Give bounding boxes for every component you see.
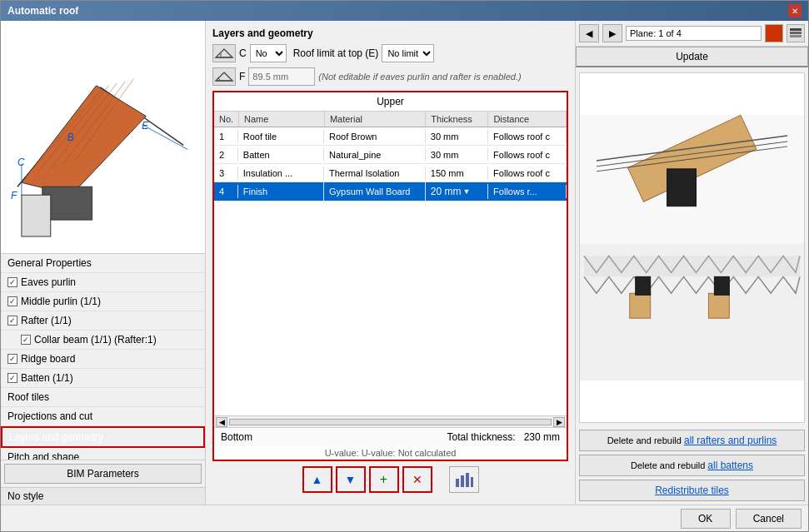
next-plane-button[interactable]: ▶ [602,24,622,42]
main-content: B E C F General Properties Eaves purlin [1,21,808,505]
svg-rect-37 [584,256,800,276]
cell-name-input-4[interactable] [243,184,318,199]
svg-rect-24 [461,475,464,487]
general-properties-header: General Properties [1,254,205,273]
add-layer-button[interactable]: + [369,466,399,493]
cell-material-1: Roof Brown [324,130,426,143]
scroll-right-btn[interactable]: ▶ [553,417,565,427]
left-panel: B E C F General Properties Eaves purlin [1,21,206,505]
col-distance-header: Distance [488,112,567,127]
move-down-button[interactable]: ▼ [336,466,366,493]
bim-parameters-button[interactable]: BIM Parameters [4,464,202,484]
plane-label: Plane: 1 of 4 [626,26,762,41]
svg-rect-29 [790,28,802,31]
col-thickness-header: Thickness [426,112,488,127]
nav-layers-and-geometry[interactable]: Layers and geometry [1,426,205,448]
diagram-area: B E C F [1,21,205,254]
f-input[interactable] [248,67,315,86]
svg-rect-23 [456,479,459,487]
ok-button[interactable]: OK [681,509,731,529]
nav-roof-tiles[interactable]: Roof tiles [1,388,205,407]
redistribute-tiles-button[interactable]: Redistribute tiles [579,480,805,501]
c-label: C [239,47,247,59]
table-row-selected[interactable]: 4 20 mm ▼ Follows r... [214,182,567,201]
svg-text:F: F [11,190,17,201]
title-bar: Automatic roof ✕ [1,1,808,21]
delete-layer-button[interactable]: ✕ [402,466,432,493]
batten-checkbox[interactable] [7,373,17,383]
scroll-left-btn[interactable]: ◀ [216,417,227,427]
table-row[interactable]: 3 Insulation ... Thermal Isolation 150 m… [214,164,567,182]
bottom-bar: OK Cancel [1,505,808,531]
total-thickness: Total thickness: 230 mm [447,431,560,443]
chart-button[interactable] [449,466,479,493]
svg-rect-27 [790,32,802,34]
cell-material-3: Thermal Isolation [324,167,426,180]
nav-rafter[interactable]: Rafter (1/1) [1,311,205,331]
table-row[interactable]: 1 Roof tile Roof Brown 30 mm Follows roo… [214,127,567,146]
preview-svg [580,73,804,422]
collar-beam-checkbox[interactable] [21,335,31,345]
svg-text:B: B [67,132,74,143]
svg-text:C: C [17,157,25,168]
cell-thickness-3: 150 mm [426,167,488,180]
roof-diagram: B E C F [1,21,205,253]
layers-geometry-label: Layers and geometry [212,27,568,39]
update-button[interactable]: Update [576,47,808,67]
nav-eaves-purlin[interactable]: Eaves purlin [1,273,205,292]
col-name-header: Name [239,112,325,127]
cell-material-input-4[interactable] [329,184,420,199]
delete-rebuild-battens-button[interactable]: Delete and rebuild all battens [579,455,805,476]
cell-no-1: 1 [214,130,238,143]
ridge-board-checkbox[interactable] [7,354,17,364]
nav-ridge-board[interactable]: Ridge board [1,350,205,369]
color-button[interactable] [765,24,783,42]
nav-collar-beam[interactable]: Collar beam (1/1) (Rafter:1) [1,331,205,350]
svg-rect-10 [22,195,51,236]
upper-label: Upper [214,92,567,112]
close-button[interactable]: ✕ [788,4,802,17]
cell-material-2: Natural_pine [324,148,426,162]
action-buttons: ▲ ▼ + ✕ [212,461,568,498]
cell-distance-4: Follows r... [488,185,567,198]
svg-rect-25 [466,473,469,487]
middle-purlin-checkbox[interactable] [7,296,17,306]
c-control-row: C No Yes [212,44,287,62]
svg-rect-40 [636,276,651,295]
f-icon [212,67,236,86]
rafter-checkbox[interactable] [7,316,17,326]
cell-distance-3: Follows roof c [488,167,567,180]
layer-icon-button[interactable] [787,24,805,42]
svg-rect-38 [630,293,651,318]
table-scrollbar[interactable]: ◀ ▶ [214,415,567,427]
f-control-area: F (Not editable if eaves purlin and raft… [212,67,568,86]
cancel-button[interactable]: Cancel [736,509,802,529]
svg-marker-20 [216,72,232,81]
nav-pitch-and-shape[interactable]: Pitch and shape [1,448,205,460]
eaves-purlin-checkbox[interactable] [7,277,17,287]
scroll-track[interactable] [229,419,552,425]
nav-middle-purlin[interactable]: Middle purlin (1/1) [1,292,205,311]
nav-list: General Properties Eaves purlin Middle p… [1,254,205,460]
layer-table: Upper No. Name Material Thickness Distan… [212,91,568,461]
col-headers: No. Name Material Thickness Distance [214,112,567,127]
nav-projections-and-cut[interactable]: Projections and cut [1,407,205,426]
table-row[interactable]: 2 Batten Natural_pine 30 mm Follows roof… [214,146,567,164]
cell-thickness-1: 30 mm [426,130,488,143]
cell-no-3: 3 [214,167,238,180]
bim-btn-area: BIM Parameters [1,460,205,487]
nav-batten[interactable]: Batten (1/1) [1,369,205,388]
roof-limit-select[interactable]: No limit At top [382,44,434,62]
delete-rebuild-rafters-button[interactable]: Delete and rebuild all rafters and purli… [579,430,805,451]
col-material-header: Material [325,112,426,127]
uvalue-row: U-value: U-value: Not calculated [214,446,567,460]
f-hint: (Not editable if eaves purlin and rafter… [318,72,521,82]
cell-distance-1: Follows roof c [488,130,567,143]
move-up-button[interactable]: ▲ [302,466,332,493]
svg-rect-41 [714,276,729,295]
cell-thickness-2: 30 mm [426,148,488,162]
bottom-label: Bottom [221,431,252,443]
c-select[interactable]: No Yes [250,44,287,62]
roof-limit-row: Roof limit at top (E) No limit At top [293,44,435,62]
prev-plane-button[interactable]: ◀ [579,24,599,42]
